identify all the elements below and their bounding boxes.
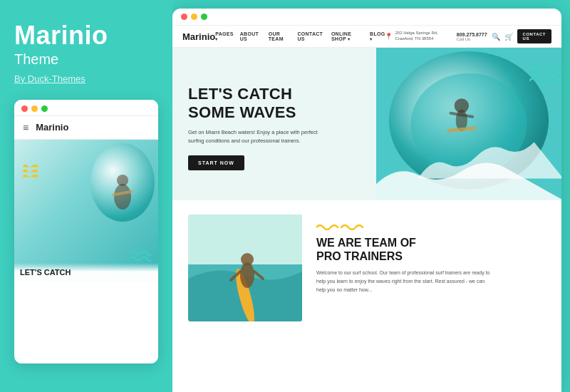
hero-heading-line1: LET'S CATCH — [188, 85, 292, 103]
traffic-red — [21, 105, 28, 112]
teal-wave-svg — [130, 249, 151, 265]
nav-link-about[interactable]: ABOUT US — [240, 31, 262, 41]
svg-point-15 — [241, 253, 254, 266]
nav-link-pages[interactable]: PAGES — [215, 31, 234, 41]
mini-browser-mockup: ≡ Marinio — [14, 100, 158, 363]
mini-nav: ≡ Marinio — [14, 116, 158, 140]
nav-address-block: 📍 202 Helga Springs Rd, Crawford, TN 385… — [385, 31, 452, 42]
hero-left: LET'S CATCH SOME WAVES Get on Miami Beac… — [172, 48, 376, 200]
sidebar-title: Marinio Theme By Duck-Themes — [14, 21, 158, 100]
svg-point-14 — [240, 262, 254, 288]
app-title: Marinio — [14, 21, 158, 50]
search-icon[interactable]: 🔍 — [492, 33, 500, 41]
contact-us-button[interactable]: CONTACT US — [517, 29, 551, 43]
main-nav-brand: Marinio — [182, 31, 215, 42]
svg-point-0 — [114, 184, 131, 210]
main-content: LET'S CATCH SOME WAVES Get on Miami Beac… — [172, 48, 561, 392]
app-byline: By Duck-Themes — [14, 73, 158, 84]
main-nav: Marinio PAGES ABOUT US OUR TEAM CONTACT … — [172, 26, 561, 48]
nav-link-blog[interactable]: BLOG — [370, 31, 385, 41]
section2-svg — [188, 215, 302, 321]
mini-hero: LET'S CATCH — [14, 140, 158, 282]
section2-heading: WE ARE TEAM OF PRO TRAINERS — [316, 236, 546, 263]
mini-titlebar — [14, 100, 158, 116]
nav-address: 202 Helga Springs Rd, Crawford, TN 38554 — [395, 31, 452, 42]
main-nav-right: 📍 202 Helga Springs Rd, Crawford, TN 385… — [385, 29, 551, 43]
mini-hero-heading: LET'S CATCH — [20, 267, 152, 277]
section2-heading-line2: PRO TRAINERS — [316, 250, 403, 262]
section2-heading-line1: WE ARE TEAM OF — [316, 237, 416, 249]
nav-address-text: 202 Helga Springs Rd, Crawford, TN 38554 — [395, 31, 452, 42]
nav-link-contact[interactable]: CONTACT US — [297, 31, 325, 41]
main-titlebar — [172, 9, 561, 26]
mini-nav-brand: Marinio — [36, 122, 68, 133]
section2-right: WE ARE TEAM OF PRO TRAINERS Welcome to o… — [316, 215, 546, 294]
main-nav-links: PAGES ABOUT US OUR TEAM CONTACT US ONLIN… — [215, 31, 385, 41]
traffic-yellow — [31, 105, 38, 112]
hero-subtext: Get on Miami Beach waters! Enjoy a place… — [188, 128, 331, 145]
cart-icon[interactable]: 🛒 — [504, 33, 513, 41]
yellow-wave-decoration — [316, 222, 546, 230]
nav-phone-label: Call Us — [457, 37, 487, 41]
main-traffic-yellow — [191, 14, 197, 20]
traffic-green — [41, 105, 48, 112]
hero-section: LET'S CATCH SOME WAVES Get on Miami Beac… — [172, 48, 561, 200]
main-traffic-green — [201, 14, 207, 20]
mini-hero-text: LET'S CATCH — [14, 263, 158, 282]
mini-content: ≡ Marinio — [14, 116, 158, 363]
hero-heading: LET'S CATCH SOME WAVES — [188, 85, 362, 121]
main-preview: Marinio PAGES ABOUT US OUR TEAM CONTACT … — [172, 9, 561, 392]
nav-link-shop[interactable]: ONLINE SHOP — [331, 31, 363, 41]
teal-wave-decoration — [529, 62, 561, 86]
teal-deco-svg — [529, 62, 561, 83]
surfer-svg-mini — [90, 143, 155, 222]
nav-phone: 809.275.8777 — [457, 32, 487, 37]
section2: WE ARE TEAM OF PRO TRAINERS Welcome to o… — [172, 200, 561, 336]
hamburger-icon: ≡ — [23, 122, 28, 133]
nav-phone-block: 809.275.8777 Call Us — [457, 32, 487, 41]
section2-text: Welcome to our surf school. Our team of … — [316, 269, 494, 294]
section2-image — [188, 215, 302, 321]
location-icon: 📍 — [385, 33, 393, 40]
svg-point-1 — [117, 175, 128, 186]
yellow-deco-svg — [316, 222, 366, 230]
sidebar: Marinio Theme By Duck-Themes ≡ Marinio — [0, 0, 172, 392]
start-now-button[interactable]: START NOW — [188, 155, 244, 170]
hero-right — [376, 48, 561, 200]
app-subtitle: Theme — [14, 51, 158, 68]
hero-heading-line2: SOME WAVES — [188, 103, 296, 121]
main-traffic-red — [181, 14, 187, 20]
nav-link-team[interactable]: OUR TEAM — [269, 31, 291, 41]
yellow-wave-deco-mini — [23, 165, 38, 177]
wave-tunnel-mini — [90, 143, 155, 222]
